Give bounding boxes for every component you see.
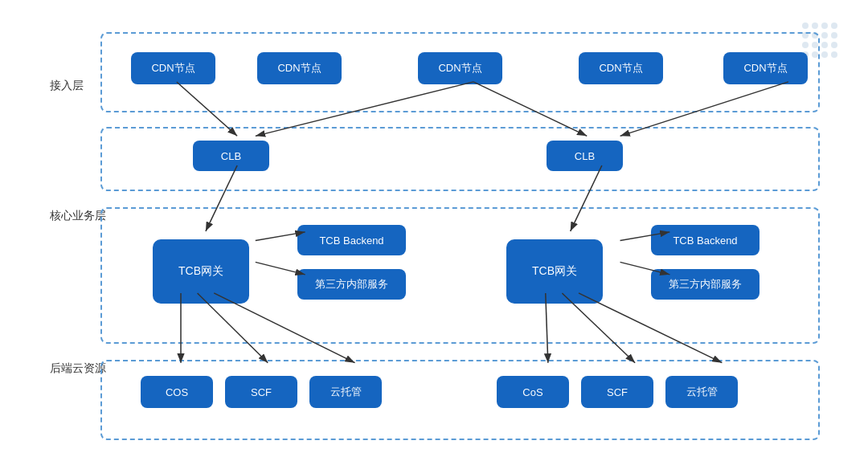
node-scf1: SCF xyxy=(225,376,297,408)
node-yuntuo2: 云托管 xyxy=(665,376,738,408)
label-core: 核心业务层 xyxy=(50,209,106,223)
node-scf2: SCF xyxy=(581,376,653,408)
node-third-party2: 第三方内部服务 xyxy=(651,269,760,300)
node-cdn4: CDN节点 xyxy=(579,52,663,84)
node-cdn2: CDN节点 xyxy=(257,52,342,84)
node-cdn3: CDN节点 xyxy=(418,52,502,84)
node-tcb1: TCB网关 xyxy=(153,239,249,304)
node-cos2: CoS xyxy=(497,376,569,408)
node-yuntuo1: 云托管 xyxy=(309,376,382,408)
node-third-party1: 第三方内部服务 xyxy=(297,269,406,300)
node-tcb-backend1: TCB Backend xyxy=(297,225,406,255)
node-cdn1: CDN节点 xyxy=(131,52,215,84)
label-backend: 后端云资源 xyxy=(50,361,106,376)
node-cdn5: CDN节点 xyxy=(723,52,808,84)
node-tcb2: TCB网关 xyxy=(506,239,603,304)
diagram-container: 接入层 核心业务层 后端云资源 CDN节点 CDN节点 CDN节点 CDN节点 … xyxy=(48,16,844,441)
node-clb1: CLB xyxy=(193,141,269,171)
node-cos1: COS xyxy=(141,376,213,408)
node-tcb-backend2: TCB Backend xyxy=(651,225,760,255)
label-access: 接入层 xyxy=(50,79,84,93)
node-clb2: CLB xyxy=(547,141,623,171)
